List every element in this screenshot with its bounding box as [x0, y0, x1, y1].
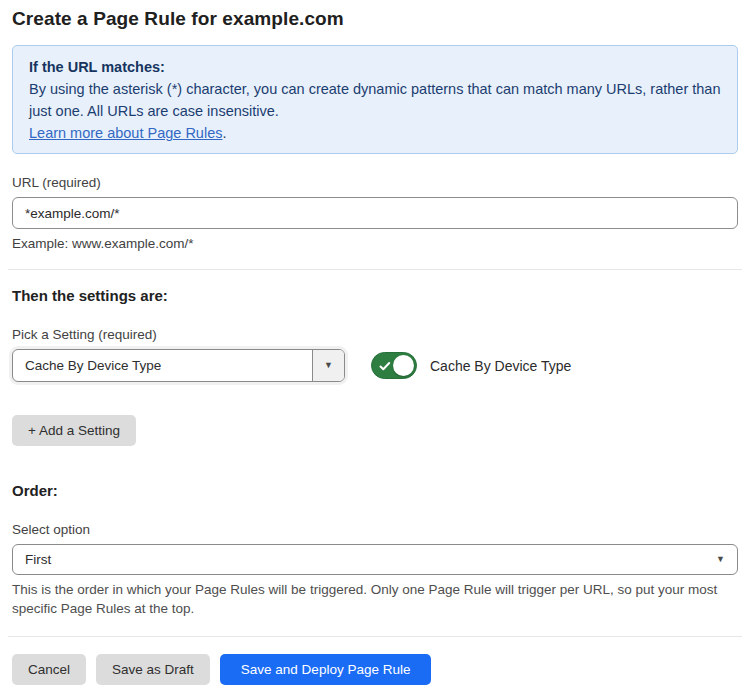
chevron-down-icon: ▼ [716, 555, 725, 564]
add-setting-button[interactable]: + Add a Setting [12, 415, 136, 446]
url-match-info-box: If the URL matches: By using the asteris… [12, 45, 738, 154]
info-box-heading: If the URL matches: [29, 56, 721, 78]
settings-section-heading: Then the settings are: [12, 287, 738, 304]
pick-setting-label: Pick a Setting (required) [12, 327, 738, 342]
page-title: Create a Page Rule for example.com [12, 8, 738, 30]
check-icon [379, 360, 391, 372]
setting-row: Cache By Device Type ▼ Cache By Device T… [12, 349, 738, 382]
chevron-down-icon: ▼ [324, 361, 333, 370]
link-suffix: . [222, 125, 226, 141]
order-section-heading: Order: [12, 482, 738, 499]
order-select-label: Select option [12, 522, 738, 537]
section-divider [8, 269, 742, 270]
info-box-link-line: Learn more about Page Rules. [29, 122, 721, 144]
info-box-body: By using the asterisk (*) character, you… [29, 78, 721, 122]
order-select-value: First [25, 552, 51, 567]
url-field-label: URL (required) [12, 175, 738, 190]
url-input[interactable] [12, 197, 738, 229]
order-help-text: This is the order in which your Page Rul… [12, 581, 738, 618]
save-as-draft-button[interactable]: Save as Draft [96, 654, 210, 685]
cancel-button[interactable]: Cancel [12, 654, 86, 685]
order-select[interactable]: First ▼ [12, 544, 738, 575]
setting-select[interactable]: Cache By Device Type ▼ [12, 349, 345, 382]
save-and-deploy-button[interactable]: Save and Deploy Page Rule [220, 654, 432, 685]
toggle-label: Cache By Device Type [430, 358, 571, 374]
footer-divider [8, 636, 742, 637]
footer-actions: Cancel Save as Draft Save and Deploy Pag… [12, 654, 738, 685]
learn-more-link[interactable]: Learn more about Page Rules [29, 125, 222, 141]
cache-by-device-type-toggle[interactable] [371, 352, 417, 379]
url-example-text: Example: www.example.com/* [12, 236, 738, 251]
setting-select-arrow-button[interactable]: ▼ [312, 350, 344, 381]
create-page-rule-form: Create a Page Rule for example.com If th… [0, 0, 750, 685]
setting-select-value: Cache By Device Type [13, 350, 312, 381]
toggle-knob [393, 355, 414, 376]
